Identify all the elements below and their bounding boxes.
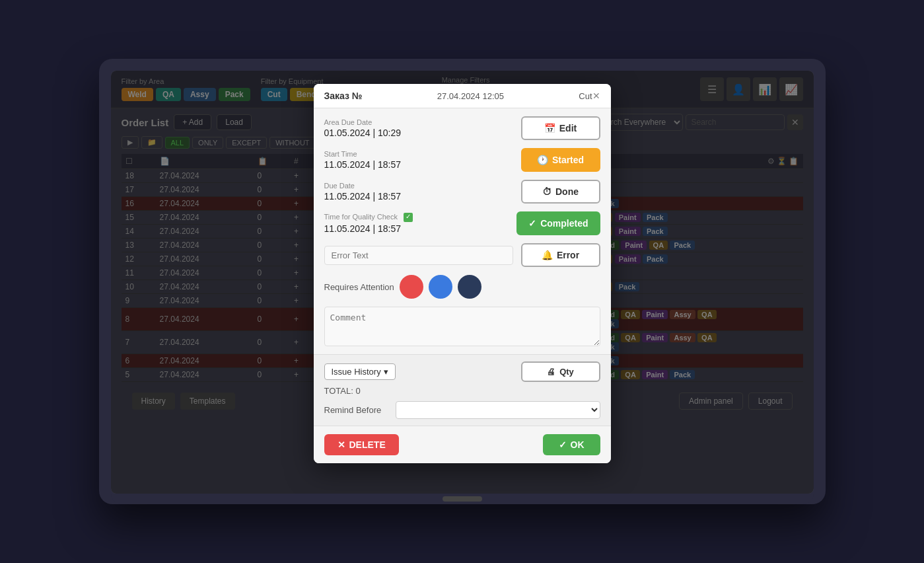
start-time-row: Start Time 11.05.2024 | 18:57 🕐 Started — [324, 148, 600, 172]
due-date-value: 11.05.2024 | 18:57 — [324, 191, 513, 202]
modal-header: Заказ № 27.04.2024 12:05 Cut ✕ — [314, 84, 611, 108]
attention-red-button[interactable] — [400, 275, 423, 299]
due-date-row: Due Date 11.05.2024 | 18:57 ⏱ Done — [324, 180, 600, 204]
requires-attention-row: Requires Attention — [324, 275, 600, 299]
completed-label: Completed — [540, 218, 588, 229]
quality-check-value: 11.05.2024 | 18:57 — [324, 223, 509, 234]
laptop-notch — [443, 496, 482, 502]
attention-blue-button[interactable] — [429, 275, 452, 299]
error-button[interactable]: 🔔 Error — [521, 243, 600, 267]
due-date-label: Due Date — [324, 182, 513, 190]
qty-label: Qty — [559, 367, 574, 377]
start-time-value: 11.05.2024 | 18:57 — [324, 159, 513, 170]
done-icon: ⏱ — [542, 186, 551, 197]
delete-button[interactable]: ✕ DELETE — [324, 434, 399, 455]
remind-before-row: Remind Before 1 hour 2 hours 1 day — [324, 401, 600, 419]
quality-check-label: Time for Quality Check — [324, 213, 509, 222]
issue-history-row: Issue History ▾ 🖨 Qty — [324, 361, 600, 382]
qty-button[interactable]: 🖨 Qty — [521, 361, 600, 382]
quality-checkbox[interactable] — [404, 213, 413, 222]
area-due-date-field: Area Due Date 01.05.2024 | 10:29 — [324, 118, 513, 138]
modal-action-bar: ✕ DELETE ✓ OK — [314, 426, 611, 463]
comment-textarea[interactable] — [324, 307, 600, 346]
total-text: TOTAL: 0 — [324, 386, 600, 396]
issue-history-label: Issue History — [332, 367, 381, 377]
done-label: Done — [555, 186, 579, 197]
edit-label: Edit — [559, 123, 577, 133]
edit-button[interactable]: 📅 Edit — [521, 116, 600, 140]
start-time-field: Start Time 11.05.2024 | 18:57 — [324, 150, 513, 170]
qty-area: 🖨 Qty — [521, 361, 600, 382]
ok-label: OK — [571, 439, 585, 450]
delete-x-icon: ✕ — [338, 439, 345, 450]
modal-overlay: Заказ № 27.04.2024 12:05 Cut ✕ Area Due … — [111, 71, 814, 494]
quality-check-row: Time for Quality Check 11.05.2024 | 18:5… — [324, 211, 600, 235]
modal-date: 27.04.2024 12:05 — [437, 91, 504, 101]
completed-button[interactable]: ✓ Completed — [516, 211, 600, 235]
modal-footer-section: Issue History ▾ 🖨 Qty TOTAL: 0 — [314, 354, 611, 426]
calendar-icon: 📅 — [544, 123, 555, 133]
remind-before-label: Remind Before — [324, 405, 390, 415]
area-due-date-label: Area Due Date — [324, 118, 513, 126]
quality-check-field: Time for Quality Check 11.05.2024 | 18:5… — [324, 213, 509, 234]
laptop-base — [111, 494, 814, 504]
started-label: Started — [552, 155, 584, 165]
modal-section: Cut — [579, 91, 592, 101]
modal-body: Area Due Date 01.05.2024 | 10:29 📅 Edit — [314, 108, 611, 354]
ok-button[interactable]: ✓ OK — [543, 434, 600, 455]
attention-navy-button[interactable] — [458, 275, 481, 299]
started-button[interactable]: 🕐 Started — [521, 148, 600, 172]
completed-check-icon: ✓ — [528, 218, 536, 229]
ok-check-icon: ✓ — [559, 439, 567, 450]
error-label: Error — [557, 250, 579, 260]
bell-icon: 🔔 — [542, 250, 553, 260]
issue-history-chevron-icon: ▾ — [384, 367, 388, 377]
error-row: 🔔 Error — [324, 243, 600, 267]
modal-title: Заказ № — [324, 91, 363, 101]
remind-before-select[interactable]: 1 hour 2 hours 1 day — [396, 401, 600, 419]
done-button[interactable]: ⏱ Done — [521, 180, 600, 204]
area-due-date-value: 01.05.2024 | 10:29 — [324, 128, 513, 138]
clock-icon: 🕐 — [537, 155, 548, 165]
modal-dialog: Заказ № 27.04.2024 12:05 Cut ✕ Area Due … — [314, 84, 611, 463]
due-date-field: Due Date 11.05.2024 | 18:57 — [324, 182, 513, 202]
error-text-input[interactable] — [324, 246, 513, 265]
start-time-label: Start Time — [324, 150, 513, 158]
modal-close-button[interactable]: ✕ — [592, 91, 600, 101]
qty-icon: 🖨 — [547, 367, 555, 377]
issue-history-button[interactable]: Issue History ▾ — [324, 363, 396, 380]
area-due-date-row: Area Due Date 01.05.2024 | 10:29 📅 Edit — [324, 116, 600, 140]
requires-attention-label: Requires Attention — [324, 282, 394, 292]
delete-label: DELETE — [349, 439, 386, 450]
